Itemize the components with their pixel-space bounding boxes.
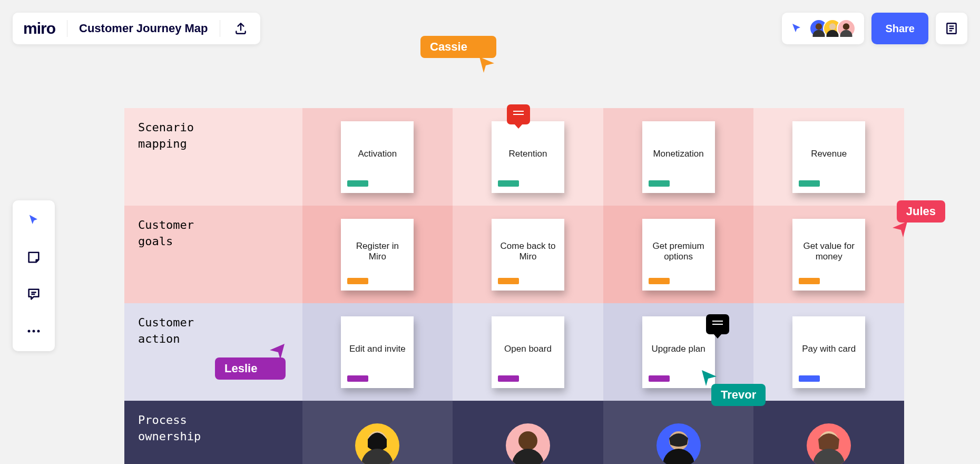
cursor-label: Cassie [420,36,496,58]
sticky-note-icon [26,250,41,265]
owner-avatar[interactable] [656,423,701,464]
cursor-pointer-icon [890,220,908,238]
svg-point-2 [829,23,836,30]
grid-cell[interactable]: Pay with card [753,303,904,401]
divider [220,20,220,37]
grid-cell[interactable]: Come back to Miro [453,206,603,303]
grid-cell[interactable] [302,401,453,464]
row-label[interactable]: Scenario mapping [124,108,302,206]
journey-grid[interactable]: Scenario mapping Activation Retention Mo… [124,108,904,464]
board-title[interactable]: Customer Journey Map [79,22,208,35]
card-text: Come back to Miro [498,241,558,262]
card-tag [649,375,670,382]
comment-icon [712,324,723,325]
grid-cell[interactable]: Revenue [753,108,904,206]
card-tag [649,278,670,284]
card-text: Revenue [811,149,847,159]
row-goals: Customer goals Register in Miro Come bac… [124,206,904,303]
collaborators-pill [782,13,864,44]
svg-point-4 [843,23,849,30]
owner-avatar[interactable] [355,423,399,464]
sticky-card[interactable]: Get value for money [792,219,865,291]
grid-cell[interactable]: Get value for money [753,206,904,303]
upload-icon [234,22,248,35]
miro-logo[interactable]: miro [23,20,55,37]
more-icon [26,328,41,334]
svg-point-18 [512,449,544,464]
svg-point-12 [28,330,31,333]
divider [67,20,67,37]
card-text: Activation [358,149,397,159]
grid-cell[interactable]: Activation [302,108,453,206]
grid-cell[interactable]: Edit and invite [302,303,453,401]
grid-cell[interactable]: Get premium options [603,206,754,303]
comment-icon [513,114,524,115]
logo-text: miro [23,20,55,37]
collaborator-cursor-trevor: Trevor [695,369,766,406]
header-right: Share [782,13,967,44]
owner-avatar[interactable] [506,423,550,464]
collaborator-cursor-jules: Jules [890,200,945,238]
avatar[interactable] [837,19,856,38]
cursor-label: Leslie [215,357,286,380]
card-text: Monetization [653,149,703,159]
grid-cell[interactable]: Register in Miro [302,206,453,303]
card-tag [799,180,820,187]
sticky-card[interactable]: Register in Miro [341,219,414,291]
sticky-card[interactable]: Monetization [642,121,715,193]
card-tag [498,375,519,382]
row-label[interactable]: Customer goals [124,206,302,303]
cursor-icon [26,213,41,228]
comment-icon [26,287,41,302]
sticky-card[interactable]: Come back to Miro [492,219,564,291]
activity-panel-button[interactable] [936,13,967,44]
svg-point-17 [518,431,537,450]
share-label: Share [885,23,915,35]
toolbar [13,200,55,351]
row-ownership: Process ownership [124,401,904,464]
share-button[interactable]: Share [871,13,928,44]
sticky-card[interactable]: Edit and invite [341,316,414,388]
svg-point-14 [37,330,40,333]
sticky-card[interactable]: Retention [492,121,564,193]
svg-point-22 [813,449,845,464]
grid-cell[interactable] [453,401,603,464]
comment-pin[interactable] [507,104,530,124]
card-tag [649,180,670,187]
sticky-card[interactable]: Get premium options [642,219,715,291]
header-left: miro Customer Journey Map [13,13,260,44]
card-text: Open board [504,344,552,354]
tool-select[interactable] [23,210,44,231]
tool-more[interactable] [23,321,44,342]
export-button[interactable] [232,20,250,37]
comment-pin[interactable] [706,314,729,334]
sticky-card[interactable]: Open board [492,316,564,388]
collaborator-cursor-cassie: Cassie [420,36,496,74]
cursor-tool-icon[interactable] [790,22,803,35]
card-text: Register in Miro [347,241,407,262]
sticky-card[interactable]: Revenue [792,121,865,193]
grid-cell[interactable]: Monetization [603,108,754,206]
svg-point-20 [663,449,694,464]
tool-comment[interactable] [23,284,44,305]
sticky-card[interactable]: Pay with card [792,316,865,388]
card-tag [498,278,519,284]
cursor-pointer-icon [478,56,496,74]
grid-cell[interactable] [603,401,754,464]
card-tag [799,375,820,382]
card-text: Retention [509,149,547,159]
card-text: Edit and invite [349,344,406,354]
avatar-stack[interactable] [809,19,856,38]
card-tag [347,278,368,284]
sticky-card[interactable]: Activation [341,121,414,193]
grid-cell[interactable] [753,401,904,464]
card-tag [799,278,820,284]
row-label[interactable]: Process ownership [124,401,302,464]
tool-sticky-note[interactable] [23,247,44,268]
collaborator-cursor-leslie: Leslie [215,343,286,380]
card-tag [498,180,519,187]
card-tag [347,375,368,382]
card-tag [347,180,368,187]
owner-avatar[interactable] [807,423,851,464]
grid-cell[interactable]: Open board [453,303,603,401]
